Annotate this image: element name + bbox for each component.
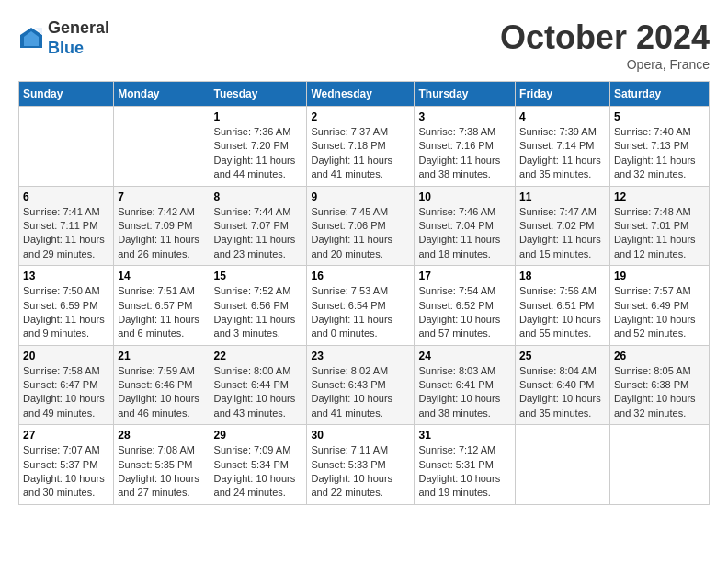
day-number: 21 [118, 350, 205, 362]
day-info: Sunrise: 7:08 AMSunset: 5:35 PMDaylight:… [118, 443, 205, 500]
daylight-text: Daylight: 11 hours and 3 minutes. [214, 314, 296, 339]
sunrise-text: Sunrise: 8:04 AM [519, 365, 597, 376]
day-info: Sunrise: 8:04 AMSunset: 6:40 PMDaylight:… [519, 364, 606, 421]
sunset-text: Sunset: 6:40 PM [519, 379, 594, 390]
calendar-cell: 20Sunrise: 7:58 AMSunset: 6:47 PMDayligh… [19, 345, 114, 425]
sunrise-text: Sunrise: 8:02 AM [311, 365, 388, 376]
sunset-text: Sunset: 7:06 PM [311, 220, 385, 231]
sunrise-text: Sunrise: 7:58 AM [23, 365, 100, 376]
sunset-text: Sunset: 6:46 PM [118, 379, 192, 390]
sunrise-text: Sunrise: 7:56 AM [519, 285, 597, 296]
day-info: Sunrise: 7:51 AMSunset: 6:57 PMDaylight:… [118, 284, 205, 341]
sunrise-text: Sunrise: 7:40 AM [614, 126, 691, 137]
day-info: Sunrise: 7:45 AMSunset: 7:06 PMDaylight:… [311, 205, 410, 262]
day-number: 27 [23, 429, 109, 442]
sunset-text: Sunset: 6:44 PM [214, 379, 289, 390]
sunset-text: Sunset: 5:35 PM [118, 459, 192, 470]
calendar-cell: 1Sunrise: 7:36 AMSunset: 7:20 PMDaylight… [210, 107, 307, 187]
sunrise-text: Sunrise: 7:51 AM [118, 285, 195, 296]
calendar-cell: 30Sunrise: 7:11 AMSunset: 5:33 PMDayligh… [307, 425, 415, 505]
day-number: 29 [214, 429, 303, 442]
daylight-text: Daylight: 10 hours and 41 minutes. [311, 393, 392, 418]
weekday-header: Friday [516, 82, 610, 107]
sunset-text: Sunset: 6:51 PM [519, 300, 594, 311]
day-info: Sunrise: 7:52 AMSunset: 6:56 PMDaylight:… [214, 284, 303, 341]
daylight-text: Daylight: 10 hours and 19 minutes. [418, 473, 500, 498]
daylight-text: Daylight: 11 hours and 44 minutes. [214, 155, 296, 179]
weekday-header: Saturday [609, 82, 709, 107]
location: Opera, France [500, 57, 710, 72]
sunrise-text: Sunrise: 7:52 AM [214, 285, 291, 296]
sunrise-text: Sunrise: 7:45 AM [311, 206, 388, 217]
calendar-cell: 8Sunrise: 7:44 AMSunset: 7:07 PMDaylight… [210, 186, 307, 266]
day-info: Sunrise: 7:36 AMSunset: 7:20 PMDaylight:… [214, 125, 303, 182]
calendar-cell: 12Sunrise: 7:48 AMSunset: 7:01 PMDayligh… [609, 186, 709, 266]
sunrise-text: Sunrise: 7:46 AM [418, 206, 495, 217]
sunrise-text: Sunrise: 7:44 AM [214, 206, 291, 217]
day-info: Sunrise: 7:46 AMSunset: 7:04 PMDaylight:… [418, 205, 511, 262]
daylight-text: Daylight: 11 hours and 6 minutes. [118, 314, 199, 339]
day-number: 17 [418, 270, 511, 282]
sunset-text: Sunset: 6:57 PM [118, 300, 192, 311]
calendar-week-row: 6Sunrise: 7:41 AMSunset: 7:11 PMDaylight… [19, 186, 710, 266]
calendar-cell: 6Sunrise: 7:41 AMSunset: 7:11 PMDaylight… [19, 186, 114, 266]
day-info: Sunrise: 7:44 AMSunset: 7:07 PMDaylight:… [214, 205, 303, 262]
sunset-text: Sunset: 7:11 PM [23, 220, 97, 231]
day-number: 3 [418, 110, 511, 123]
daylight-text: Daylight: 10 hours and 32 minutes. [614, 393, 696, 418]
daylight-text: Daylight: 10 hours and 24 minutes. [214, 473, 296, 498]
day-number: 10 [418, 190, 511, 203]
calendar-week-row: 1Sunrise: 7:36 AMSunset: 7:20 PMDaylight… [19, 107, 710, 187]
daylight-text: Daylight: 11 hours and 38 minutes. [418, 155, 500, 179]
sunrise-text: Sunrise: 7:41 AM [23, 206, 100, 217]
day-number: 23 [311, 350, 410, 362]
calendar-cell: 31Sunrise: 7:12 AMSunset: 5:31 PMDayligh… [415, 425, 516, 505]
day-info: Sunrise: 7:40 AMSunset: 7:13 PMDaylight:… [614, 125, 705, 182]
sunset-text: Sunset: 7:13 PM [614, 140, 688, 151]
calendar-cell: 7Sunrise: 7:42 AMSunset: 7:09 PMDaylight… [114, 186, 210, 266]
page-header: General Blue October 2024 Opera, France [18, 18, 710, 72]
daylight-text: Daylight: 11 hours and 9 minutes. [23, 314, 105, 339]
day-number: 28 [118, 429, 205, 442]
day-number: 12 [614, 190, 705, 203]
calendar-cell [114, 107, 210, 187]
daylight-text: Daylight: 11 hours and 12 minutes. [614, 234, 696, 259]
day-number: 24 [418, 350, 511, 362]
sunrise-text: Sunrise: 7:48 AM [614, 206, 691, 217]
sunset-text: Sunset: 6:52 PM [418, 300, 493, 311]
day-info: Sunrise: 7:58 AMSunset: 6:47 PMDaylight:… [23, 364, 109, 421]
day-number: 11 [519, 190, 606, 203]
day-info: Sunrise: 8:00 AMSunset: 6:44 PMDaylight:… [214, 364, 303, 421]
calendar-cell: 5Sunrise: 7:40 AMSunset: 7:13 PMDaylight… [609, 107, 709, 187]
sunset-text: Sunset: 5:37 PM [23, 459, 97, 470]
day-number: 30 [311, 429, 410, 442]
daylight-text: Daylight: 11 hours and 18 minutes. [418, 234, 500, 259]
calendar-cell: 10Sunrise: 7:46 AMSunset: 7:04 PMDayligh… [415, 186, 516, 266]
calendar-cell: 9Sunrise: 7:45 AMSunset: 7:06 PMDaylight… [307, 186, 415, 266]
day-info: Sunrise: 8:02 AMSunset: 6:43 PMDaylight:… [311, 364, 410, 421]
calendar-cell: 4Sunrise: 7:39 AMSunset: 7:14 PMDaylight… [516, 107, 610, 187]
sunrise-text: Sunrise: 8:05 AM [614, 365, 691, 376]
daylight-text: Daylight: 10 hours and 27 minutes. [118, 473, 199, 498]
daylight-text: Daylight: 10 hours and 49 minutes. [23, 393, 105, 418]
daylight-text: Daylight: 11 hours and 29 minutes. [23, 234, 105, 259]
calendar-cell: 13Sunrise: 7:50 AMSunset: 6:59 PMDayligh… [19, 266, 114, 346]
sunrise-text: Sunrise: 7:09 AM [214, 444, 291, 455]
day-info: Sunrise: 7:48 AMSunset: 7:01 PMDaylight:… [614, 205, 705, 262]
sunset-text: Sunset: 6:59 PM [23, 300, 97, 311]
calendar-cell: 11Sunrise: 7:47 AMSunset: 7:02 PMDayligh… [516, 186, 610, 266]
day-number: 31 [418, 429, 511, 442]
calendar-cell: 24Sunrise: 8:03 AMSunset: 6:41 PMDayligh… [415, 345, 516, 425]
daylight-text: Daylight: 11 hours and 32 minutes. [614, 155, 696, 179]
daylight-text: Daylight: 10 hours and 43 minutes. [214, 393, 296, 418]
sunset-text: Sunset: 7:02 PM [519, 220, 594, 231]
calendar-cell: 18Sunrise: 7:56 AMSunset: 6:51 PMDayligh… [516, 266, 610, 346]
calendar-cell [516, 425, 610, 505]
day-number: 1 [214, 110, 303, 123]
sunrise-text: Sunrise: 7:38 AM [418, 126, 495, 137]
daylight-text: Daylight: 10 hours and 35 minutes. [519, 393, 601, 418]
weekday-header: Thursday [415, 82, 516, 107]
sunrise-text: Sunrise: 7:50 AM [23, 285, 100, 296]
day-number: 16 [311, 270, 410, 282]
day-number: 15 [214, 270, 303, 282]
